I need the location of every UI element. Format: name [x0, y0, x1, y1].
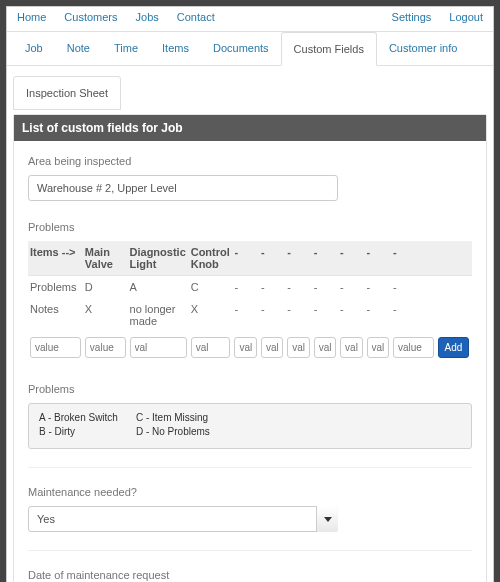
cell: -: [365, 276, 391, 299]
tab-time[interactable]: Time: [102, 32, 150, 65]
nav-logout[interactable]: Logout: [449, 11, 483, 23]
value-input[interactable]: [314, 337, 336, 358]
col-diagnostic-light: Diagnostic Light: [128, 241, 189, 276]
cell: -: [365, 298, 391, 332]
col-empty: -: [365, 241, 391, 276]
top-nav-right: Settings Logout: [392, 11, 483, 23]
legend-heading: Problems: [28, 383, 472, 395]
tab-customer-info[interactable]: Customer info: [377, 32, 469, 65]
value-input-row: Add: [28, 332, 472, 363]
legend-item: D - No Problems: [136, 426, 210, 437]
custom-fields-panel: List of custom fields for Job Area being…: [13, 114, 487, 582]
sub-tab-bar: Inspection Sheet: [7, 66, 493, 114]
nav-customers[interactable]: Customers: [64, 11, 117, 23]
nav-home[interactable]: Home: [17, 11, 46, 23]
value-input[interactable]: [85, 337, 126, 358]
col-empty: -: [338, 241, 364, 276]
sub-nav: Job Note Time Items Documents Custom Fie…: [7, 31, 493, 66]
tab-custom-fields[interactable]: Custom Fields: [281, 32, 377, 66]
col-empty: -: [285, 241, 311, 276]
add-button[interactable]: Add: [438, 337, 470, 358]
cell: -: [232, 276, 258, 299]
nav-jobs[interactable]: Jobs: [136, 11, 159, 23]
col-empty: -: [232, 241, 258, 276]
value-input[interactable]: [393, 337, 434, 358]
value-input[interactable]: [130, 337, 187, 358]
tab-items[interactable]: Items: [150, 32, 201, 65]
problems-table: Items --> Main Valve Diagnostic Light Co…: [28, 241, 472, 363]
cell: no longer made: [128, 298, 189, 332]
legend-item: A - Broken Switch: [39, 412, 118, 423]
cell: -: [391, 276, 436, 299]
value-input[interactable]: [191, 337, 231, 358]
cell: -: [285, 298, 311, 332]
value-input[interactable]: [261, 337, 283, 358]
maintenance-label: Maintenance needed?: [28, 486, 472, 498]
panel-title: List of custom fields for Job: [14, 115, 486, 141]
area-label: Area being inspected: [28, 155, 472, 167]
subtab-inspection-sheet[interactable]: Inspection Sheet: [13, 76, 121, 110]
row-label-problems: Problems: [28, 276, 83, 299]
value-input[interactable]: [340, 337, 362, 358]
cell: X: [189, 298, 233, 332]
legend-item: B - Dirty: [39, 426, 118, 437]
table-header-row: Items --> Main Valve Diagnostic Light Co…: [28, 241, 472, 276]
col-empty: -: [391, 241, 436, 276]
nav-contact[interactable]: Contact: [177, 11, 215, 23]
top-nav-left: Home Customers Jobs Contact: [17, 11, 215, 23]
top-nav: Home Customers Jobs Contact Settings Log…: [7, 7, 493, 31]
row-label-notes: Notes: [28, 298, 83, 332]
items-header: Items -->: [28, 241, 83, 276]
cell: -: [259, 276, 285, 299]
legend-item: C - Item Missing: [136, 412, 210, 423]
col-control-knob: Control Knob: [189, 241, 233, 276]
tab-documents[interactable]: Documents: [201, 32, 281, 65]
tab-job[interactable]: Job: [13, 32, 55, 65]
cell: -: [312, 276, 338, 299]
cell: -: [232, 298, 258, 332]
cell: X: [83, 298, 128, 332]
cell: C: [189, 276, 233, 299]
cell: -: [338, 276, 364, 299]
value-input[interactable]: [287, 337, 309, 358]
area-input[interactable]: [28, 175, 338, 201]
nav-settings[interactable]: Settings: [392, 11, 432, 23]
value-input[interactable]: [30, 337, 81, 358]
col-main-valve: Main Valve: [83, 241, 128, 276]
value-input[interactable]: [367, 337, 389, 358]
app-window: Home Customers Jobs Contact Settings Log…: [6, 6, 494, 582]
col-empty: -: [259, 241, 285, 276]
problems-heading: Problems: [28, 221, 472, 233]
cell: -: [259, 298, 285, 332]
table-row: Problems D A C - - - - - - -: [28, 276, 472, 299]
cell: -: [285, 276, 311, 299]
table-row: Notes X no longer made X - - - - - - -: [28, 298, 472, 332]
cell: A: [128, 276, 189, 299]
cell: -: [338, 298, 364, 332]
cell: -: [391, 298, 436, 332]
problems-legend: A - Broken Switch B - Dirty C - Item Mis…: [28, 403, 472, 449]
date-label: Date of maintenance request: [28, 569, 472, 581]
value-input[interactable]: [234, 337, 256, 358]
cell: -: [312, 298, 338, 332]
cell: D: [83, 276, 128, 299]
col-empty: -: [312, 241, 338, 276]
tab-note[interactable]: Note: [55, 32, 102, 65]
maintenance-select[interactable]: [28, 506, 338, 532]
